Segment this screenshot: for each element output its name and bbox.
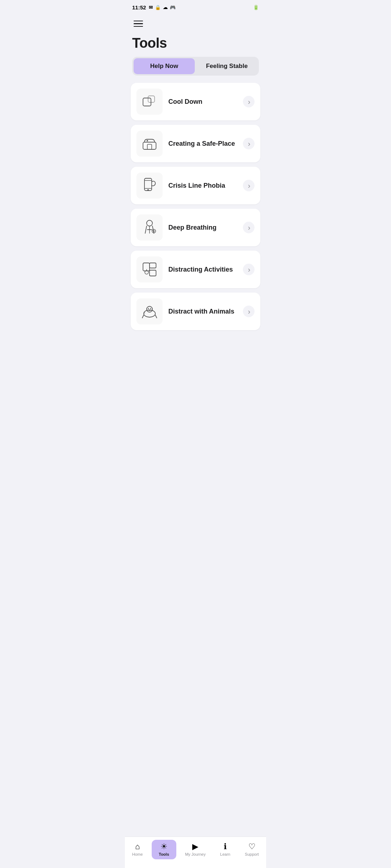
svg-point-19 — [150, 308, 151, 309]
animals-chevron — [243, 306, 255, 317]
list-item-animals[interactable]: Distract with Animals — [131, 293, 260, 330]
hamburger-icon — [134, 21, 143, 27]
list-item-safe-place[interactable]: Creating a Safe-Place — [131, 125, 260, 162]
status-icons: ✉ 🔒 ☁ 🎮 — [149, 5, 176, 10]
distracting-label: Distracting Activities — [168, 266, 237, 273]
tab-feeling-stable[interactable]: Feeling Stable — [196, 58, 257, 74]
svg-rect-1 — [148, 96, 155, 102]
animals-label: Distract with Animals — [168, 308, 237, 315]
svg-rect-0 — [143, 98, 151, 106]
tab-switcher: Help Now Feeling Stable — [132, 57, 259, 76]
status-battery: 🔋 — [253, 5, 259, 10]
status-bar: 11:52 ✉ 🔒 ☁ 🎮 🔋 — [125, 0, 266, 13]
svg-point-9 — [147, 220, 152, 226]
page-title: Tools — [132, 35, 259, 51]
tab-help-now[interactable]: Help Now — [134, 58, 195, 74]
list-item-cool-down[interactable]: Cool Down — [131, 83, 260, 120]
animals-icon — [136, 298, 163, 324]
cool-down-icon — [136, 89, 163, 115]
svg-point-4 — [147, 140, 148, 141]
deep-breathing-icon — [136, 214, 163, 241]
list-item-distracting[interactable]: Distracting Activities — [131, 251, 260, 288]
svg-point-17 — [147, 306, 152, 312]
safe-place-icon — [136, 131, 163, 157]
page-header: Tools — [125, 13, 266, 57]
cool-down-chevron — [243, 96, 255, 107]
distracting-icon — [136, 256, 163, 282]
svg-point-16 — [144, 310, 155, 317]
deep-breathing-label: Deep Breathing — [168, 224, 237, 231]
svg-rect-13 — [150, 270, 156, 276]
crisis-line-icon — [136, 173, 163, 199]
svg-rect-2 — [143, 142, 156, 149]
deep-breathing-chevron — [243, 222, 255, 233]
distracting-chevron — [243, 264, 255, 275]
status-time: 11:52 ✉ 🔒 ☁ 🎮 — [132, 4, 176, 10]
list-item-deep-breathing[interactable]: Deep Breathing — [131, 209, 260, 246]
crisis-line-label: Crisis Line Phobia — [168, 182, 237, 190]
safe-place-label: Creating a Safe-Place — [168, 140, 237, 148]
cool-down-label: Cool Down — [168, 98, 237, 106]
svg-point-18 — [148, 308, 149, 309]
menu-button[interactable] — [132, 19, 144, 29]
tools-list: Cool Down Creating a Safe-Place C — [125, 83, 266, 366]
svg-point-8 — [147, 189, 149, 191]
svg-rect-12 — [150, 263, 156, 268]
list-item-crisis-line[interactable]: Crisis Line Phobia — [131, 167, 260, 204]
safe-place-chevron — [243, 138, 255, 149]
svg-rect-5 — [144, 178, 152, 191]
crisis-line-chevron — [243, 180, 255, 191]
svg-rect-11 — [143, 263, 150, 271]
svg-rect-3 — [147, 144, 152, 149]
svg-point-20 — [144, 312, 145, 314]
